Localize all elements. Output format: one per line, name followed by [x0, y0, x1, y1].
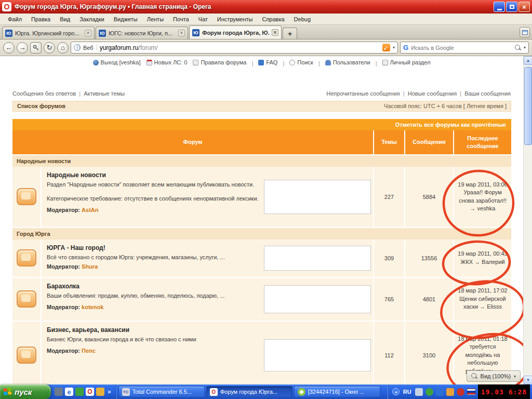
- rules-link[interactable]: Правила форума: [193, 59, 246, 65]
- forum-link[interactable]: Народные новости: [47, 171, 106, 179]
- tray-collapse-icon[interactable]: ◂: [392, 388, 400, 395]
- tray-clock[interactable]: 19.03 6:28: [478, 384, 530, 399]
- new-posts-link[interactable]: Новые сообщения: [408, 90, 457, 97]
- unanswered-link[interactable]: Сообщения без ответов: [12, 90, 76, 97]
- moderator-link[interactable]: kotenok: [82, 304, 103, 310]
- quick-launch-app2-icon[interactable]: [75, 388, 84, 396]
- vertical-scrollbar[interactable]: ▲ ▼: [523, 56, 532, 384]
- menu-mail[interactable]: Почта: [168, 15, 194, 24]
- forum-link[interactable]: ЮРГА - Наш город!: [47, 244, 105, 251]
- wand-key-button[interactable]: [30, 42, 42, 54]
- tab-3-active[interactable]: Ю Форум города Юрга, Ю... ×: [189, 25, 282, 39]
- search-box[interactable]: G ▾: [400, 42, 529, 54]
- last-post-link[interactable]: ЖКХ: [460, 259, 473, 265]
- quick-launch-app-icon[interactable]: [55, 388, 63, 396]
- tab-1[interactable]: Ю Юрга. Юргинский горо... ×: [2, 26, 95, 39]
- search-dropdown-icon[interactable]: ▾: [524, 45, 526, 50]
- search-label[interactable]: Поиск: [297, 59, 313, 65]
- last-post-author[interactable]: veshka: [477, 205, 496, 211]
- logout-label[interactable]: Выход [veshka]: [101, 59, 141, 65]
- active-topics-link[interactable]: Активные темы: [84, 90, 125, 97]
- menu-debug[interactable]: Debug: [289, 15, 315, 24]
- goto-last-post-arrow[interactable]: →: [480, 303, 485, 310]
- unread-posts-link[interactable]: Непрочитанные сообщения: [326, 90, 400, 97]
- zoom-dropdown-icon[interactable]: ▾: [514, 374, 516, 379]
- rules-label[interactable]: Правила форума: [201, 59, 246, 65]
- menu-view[interactable]: Вид: [55, 15, 75, 24]
- menu-tools[interactable]: Инструменты: [212, 15, 258, 24]
- menu-edit[interactable]: Правка: [26, 15, 55, 24]
- forward-button[interactable]: →: [17, 42, 28, 54]
- back-button[interactable]: ←: [3, 42, 15, 54]
- quick-launch-overflow-icon[interactable]: »: [107, 388, 112, 395]
- menu-bookmarks[interactable]: Закладки: [75, 15, 109, 24]
- category-header[interactable]: Народные новости: [12, 155, 511, 167]
- url-dropdown-icon[interactable]: ▾: [393, 45, 395, 50]
- pm-label[interactable]: Новых ЛС: 0: [154, 59, 188, 65]
- tray-messenger-icon[interactable]: [436, 388, 444, 396]
- task-icq-window[interactable]: [324424716] - Окно ...: [294, 386, 380, 397]
- moderator-link[interactable]: Пепс: [82, 348, 96, 354]
- your-posts-link[interactable]: Ваши сообщения: [464, 90, 511, 97]
- url-text[interactable]: yurgaforum.ru/forum/: [100, 44, 380, 51]
- restore-button[interactable]: [506, 2, 517, 12]
- forum-link[interactable]: Барахолка: [47, 283, 79, 290]
- tab-close-icon[interactable]: ×: [272, 29, 278, 36]
- language-indicator[interactable]: RU: [402, 389, 413, 395]
- opera-quick-launch-icon[interactable]: O: [86, 388, 94, 396]
- menu-file[interactable]: Файл: [3, 15, 26, 24]
- russian-flag-icon[interactable]: [467, 389, 475, 395]
- tab-close-icon[interactable]: ×: [178, 30, 185, 36]
- moderator-link[interactable]: Shura: [82, 263, 98, 270]
- quick-launch-app3-icon[interactable]: [96, 388, 104, 396]
- start-button[interactable]: пуск: [0, 384, 51, 399]
- tray-network-icon[interactable]: [415, 388, 423, 396]
- task-opera-forum[interactable]: O Форум города Юрга...: [206, 386, 292, 397]
- scroll-down-button[interactable]: ▼: [524, 376, 532, 384]
- ucp-link[interactable]: Личный раздел: [382, 59, 431, 65]
- faq-link[interactable]: FAQ: [258, 59, 277, 65]
- menu-help[interactable]: Справка: [257, 15, 289, 24]
- scroll-up-button[interactable]: ▲: [524, 56, 532, 65]
- mark-forums-read-link[interactable]: Отметить все форумы как прочтённые: [395, 122, 506, 128]
- ucp-label[interactable]: Личный раздел: [390, 59, 431, 65]
- last-post-link[interactable]: Урааа!! Форум снова заработал!!: [459, 189, 507, 203]
- scrollbar-thumb[interactable]: [524, 67, 532, 145]
- rss-icon[interactable]: [382, 44, 390, 51]
- tray-app-icon[interactable]: [457, 388, 464, 396]
- url-field[interactable]: Веб yurgaforum.ru/forum/ ▾: [71, 42, 398, 54]
- search-link[interactable]: Поиск: [289, 59, 313, 65]
- close-button[interactable]: ×: [518, 2, 530, 12]
- search-magnifier-icon[interactable]: [515, 45, 521, 51]
- last-post-author[interactable]: Валерий: [482, 259, 504, 265]
- goto-last-post-arrow[interactable]: →: [470, 205, 476, 211]
- search-input[interactable]: [411, 45, 512, 51]
- menu-chat[interactable]: Чат: [194, 15, 212, 24]
- menu-feeds[interactable]: Ленты: [142, 15, 168, 24]
- forum-link[interactable]: Бизнес, карьера, вакансии: [47, 326, 129, 334]
- faq-label[interactable]: FAQ: [266, 59, 277, 65]
- last-post-author[interactable]: Elisss: [487, 303, 502, 310]
- users-link[interactable]: Пользователи: [325, 59, 370, 65]
- home-button[interactable]: ⌂: [57, 42, 69, 54]
- tab-2[interactable]: Ю ЮГС: новости Юрги, п... ×: [96, 26, 188, 39]
- new-tab-button[interactable]: +: [283, 28, 297, 39]
- tray-antivirus-icon[interactable]: [425, 388, 433, 396]
- category-header[interactable]: Город Юрга: [12, 228, 511, 240]
- pm-link[interactable]: Новых ЛС: 0: [147, 59, 188, 65]
- reload-button[interactable]: ↻: [44, 42, 55, 54]
- panels-toggle-button[interactable]: [520, 27, 530, 37]
- menu-widgets[interactable]: Виджеты: [109, 15, 142, 24]
- users-label[interactable]: Пользователи: [333, 59, 370, 65]
- zoom-label[interactable]: Вид (100%): [481, 373, 511, 379]
- moderator-link[interactable]: AstAn: [82, 207, 98, 213]
- task-total-commander[interactable]: TC Total Commander 6.5...: [118, 386, 205, 397]
- internet-explorer-icon[interactable]: e: [65, 388, 73, 396]
- logout-link[interactable]: Выход [veshka]: [93, 59, 141, 65]
- security-badge[interactable]: Веб: [83, 45, 97, 51]
- tray-shield-icon[interactable]: [446, 388, 454, 396]
- zoom-control[interactable]: Вид (100%) ▾: [467, 370, 521, 382]
- tab-close-icon[interactable]: ×: [85, 30, 91, 36]
- goto-last-post-arrow[interactable]: →: [474, 259, 480, 265]
- minimize-button[interactable]: [494, 2, 505, 12]
